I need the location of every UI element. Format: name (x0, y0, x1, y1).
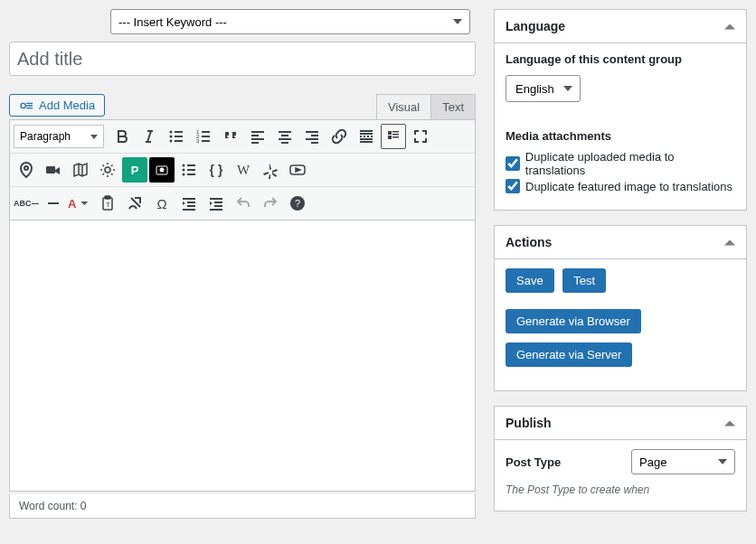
svg-rect-15 (392, 131, 399, 133)
language-select[interactable]: English (506, 75, 581, 102)
svg-text:3: 3 (196, 138, 200, 144)
fullscreen-icon[interactable] (408, 124, 433, 149)
text-color-icon[interactable]: A (68, 191, 93, 216)
braces-icon[interactable]: { } (203, 157, 229, 183)
svg-point-25 (183, 174, 185, 176)
svg-rect-31 (105, 196, 110, 199)
svg-rect-12 (202, 140, 210, 142)
svg-rect-14 (388, 136, 392, 139)
svg-point-23 (183, 164, 185, 167)
publish-panel: Publish Post Type Page The Post Type to … (494, 406, 747, 511)
duplicate-media-label: Duplicate uploaded media to translations (525, 150, 735, 177)
svg-point-3 (170, 140, 173, 143)
svg-rect-17 (392, 136, 399, 138)
svg-rect-10 (202, 131, 210, 133)
svg-text:?: ? (295, 198, 300, 209)
toolbar-toggle-icon[interactable] (381, 124, 406, 149)
svg-point-2 (170, 136, 173, 138)
map-icon[interactable] (68, 157, 93, 183)
svg-point-22 (160, 168, 165, 173)
content-editor[interactable] (9, 220, 476, 492)
italic-icon[interactable] (137, 124, 162, 149)
svg-text:T: T (106, 201, 110, 209)
title-input[interactable] (9, 42, 476, 76)
svg-rect-5 (175, 136, 183, 137)
yelp-icon[interactable] (258, 157, 283, 183)
word-count: Word count: 0 (9, 494, 476, 519)
brightness-icon[interactable] (95, 157, 120, 183)
video-camera-icon[interactable] (41, 157, 66, 183)
svg-rect-4 (175, 131, 183, 133)
actions-panel: Actions Save Test Generate via Browser G… (494, 225, 747, 391)
wikipedia-icon[interactable]: W (231, 157, 256, 183)
content-group-label: Language of this content group (506, 52, 735, 66)
paste-icon[interactable]: T (95, 191, 120, 216)
parking-icon[interactable]: P (122, 157, 147, 183)
generate-browser-button[interactable]: Generate via Browser (506, 309, 641, 333)
read-more-icon[interactable] (354, 124, 379, 149)
help-icon[interactable]: ? (285, 191, 310, 216)
svg-point-18 (24, 166, 28, 170)
align-right-icon[interactable] (299, 124, 325, 149)
tab-visual[interactable]: Visual (376, 94, 431, 119)
add-media-label: Add Media (39, 98, 95, 112)
horizontal-rule-icon[interactable] (41, 191, 66, 216)
svg-rect-13 (388, 131, 392, 135)
duplicate-featured-checkbox[interactable] (506, 179, 520, 193)
align-left-icon[interactable] (245, 124, 270, 149)
svg-point-24 (183, 169, 185, 172)
svg-rect-19 (46, 166, 55, 174)
youtube-icon[interactable] (285, 157, 310, 183)
actions-panel-title: Actions (506, 235, 552, 249)
tab-text[interactable]: Text (430, 94, 476, 119)
location-icon[interactable] (14, 157, 39, 183)
align-center-icon[interactable] (272, 124, 298, 149)
collapse-icon[interactable] (724, 21, 735, 32)
test-button[interactable]: Test (562, 268, 606, 293)
spellcheck-icon[interactable]: ABC (14, 191, 39, 216)
language-panel-title: Language (506, 19, 565, 33)
special-char-icon[interactable]: Ω (149, 191, 175, 216)
post-type-select[interactable]: Page (631, 449, 735, 474)
bold-icon[interactable] (109, 124, 135, 149)
camera-box-icon[interactable] (149, 157, 175, 183)
post-type-help: The Post Type to create when (506, 483, 735, 496)
svg-rect-27 (187, 169, 195, 171)
clear-format-icon[interactable] (122, 191, 147, 216)
svg-point-0 (21, 103, 25, 108)
indent-icon[interactable] (203, 191, 229, 216)
duplicate-featured-label: Duplicate featured image to translations (525, 180, 732, 193)
svg-point-20 (105, 167, 110, 173)
quote-icon[interactable] (218, 124, 243, 149)
save-button[interactable]: Save (506, 268, 554, 293)
post-type-label: Post Type (506, 455, 561, 469)
list-ul-icon[interactable] (164, 124, 189, 149)
list-icon[interactable] (176, 157, 202, 183)
media-icon (19, 99, 35, 112)
outdent-icon[interactable] (176, 191, 202, 216)
format-select[interactable]: Paragraph (14, 125, 104, 148)
svg-rect-11 (202, 136, 210, 137)
svg-rect-16 (392, 134, 399, 136)
publish-panel-title: Publish (506, 416, 552, 430)
media-attachments-heading: Media attachments (506, 129, 735, 143)
svg-rect-26 (187, 164, 195, 166)
svg-point-1 (170, 131, 173, 134)
svg-rect-6 (175, 140, 183, 142)
svg-rect-28 (187, 174, 195, 175)
duplicate-media-checkbox[interactable] (506, 156, 520, 171)
list-ol-icon[interactable]: 123 (191, 124, 216, 149)
collapse-icon[interactable] (724, 417, 735, 428)
language-panel: Language Language of this content group … (494, 9, 747, 211)
undo-icon[interactable] (231, 191, 256, 216)
link-icon[interactable] (326, 124, 352, 149)
keyword-select[interactable]: --- Insert Keyword --- (110, 9, 470, 34)
collapse-icon[interactable] (724, 237, 735, 248)
generate-server-button[interactable]: Generate via Server (506, 342, 632, 367)
redo-icon[interactable] (258, 191, 283, 216)
add-media-button[interactable]: Add Media (9, 94, 105, 117)
